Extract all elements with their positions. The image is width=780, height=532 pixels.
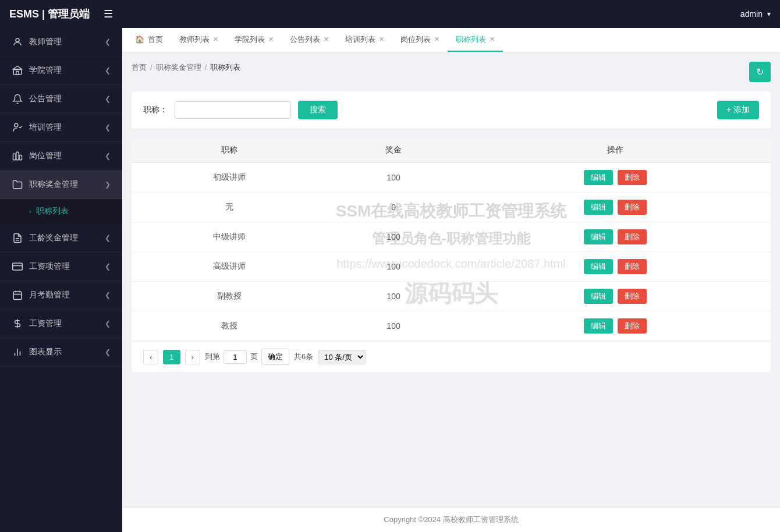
sidebar-label-notice: 公告管理: [29, 94, 62, 104]
tab-training-list-close[interactable]: ✕: [379, 36, 384, 43]
edit-button-4[interactable]: 编辑: [584, 289, 613, 304]
cell-title-5: 教授: [132, 311, 327, 341]
goto-input[interactable]: [224, 350, 247, 364]
tab-title-list-close[interactable]: ✕: [490, 36, 495, 43]
svg-rect-4: [13, 154, 16, 160]
data-table-container: 职称 奖金 操作 初级讲师 100 编辑 删除 无 0 编辑 删除: [132, 138, 771, 372]
logo: ESMS | 管理员端: [9, 7, 90, 21]
search-label: 职称：: [143, 105, 168, 115]
sidebar-item-training[interactable]: 培训管理 ❮: [0, 114, 122, 142]
cell-action-1: 编辑 删除: [460, 193, 771, 222]
sidebar-sub-label-title-list: 职称列表: [36, 206, 69, 217]
table-body: 初级讲师 100 编辑 删除 无 0 编辑 删除 中级讲师 100 编辑 删除 …: [132, 163, 771, 341]
cell-action-5: 编辑 删除: [460, 311, 771, 341]
delete-button-4[interactable]: 删除: [618, 289, 647, 304]
header-left: ESMS | 管理员端 ☰: [9, 5, 118, 23]
svg-rect-9: [13, 263, 23, 270]
tab-teacher-list[interactable]: 教师列表 ✕: [171, 28, 226, 52]
sidebar-item-notice[interactable]: 公告管理 ❮: [0, 85, 122, 114]
prev-page-button[interactable]: ‹: [143, 350, 158, 364]
svg-rect-2: [16, 72, 19, 75]
breadcrumb-title-bonus[interactable]: 职称奖金管理: [156, 62, 201, 73]
tab-teacher-list-close[interactable]: ✕: [213, 36, 218, 43]
search-input[interactable]: [175, 101, 291, 119]
sidebar-item-seniority[interactable]: 工龄奖金管理 ❮: [0, 224, 122, 253]
edit-button-3[interactable]: 编辑: [584, 259, 613, 274]
next-page-button[interactable]: ›: [185, 350, 200, 364]
breadcrumb-home[interactable]: 首页: [132, 62, 147, 73]
sidebar-item-title-bonus[interactable]: 职称奖金管理 ❯: [0, 171, 122, 199]
salary-item-icon: [12, 261, 23, 272]
edit-button-0[interactable]: 编辑: [584, 170, 613, 185]
edit-button-1[interactable]: 编辑: [584, 200, 613, 215]
sidebar-label-training: 培训管理: [29, 122, 62, 133]
tab-notice-list-close[interactable]: ✕: [324, 36, 329, 43]
table-row: 副教授 100 编辑 删除: [132, 282, 771, 311]
tab-home[interactable]: 🏠 首页: [127, 28, 171, 52]
sidebar-arrow-training: ❮: [105, 123, 111, 132]
refresh-button[interactable]: ↻: [749, 62, 771, 82]
sidebar-item-chart[interactable]: 图表显示 ❮: [0, 338, 122, 367]
delete-button-0[interactable]: 删除: [618, 170, 647, 185]
col-title: 职称: [132, 138, 327, 163]
cell-bonus-3: 100: [327, 252, 460, 282]
add-button[interactable]: + 添加: [717, 101, 759, 119]
delete-button-2[interactable]: 删除: [618, 229, 647, 244]
sidebar-arrow-seniority: ❮: [105, 234, 111, 242]
delete-button-3[interactable]: 删除: [618, 259, 647, 274]
breadcrumb: 首页 / 职称奖金管理 / 职称列表: [132, 62, 240, 73]
header-right: admin ▾: [740, 9, 771, 19]
sidebar-label-attendance: 月考勤管理: [29, 290, 70, 300]
col-action: 操作: [460, 138, 771, 163]
cell-action-2: 编辑 删除: [460, 222, 771, 252]
goto-confirm-button[interactable]: 确定: [261, 349, 289, 365]
search-button[interactable]: 搜索: [298, 101, 338, 119]
admin-label: admin: [740, 9, 763, 19]
svg-rect-1: [13, 70, 22, 75]
tab-position-list-close[interactable]: ✕: [434, 36, 439, 43]
page-size-select[interactable]: 10 条/页 20 条/页 50 条/页: [318, 350, 366, 364]
sidebar-item-position[interactable]: 岗位管理 ❮: [0, 142, 122, 171]
table-row: 中级讲师 100 编辑 删除: [132, 222, 771, 252]
sidebar-arrow-chart: ❮: [105, 348, 111, 356]
breadcrumb-sep1: /: [150, 63, 153, 72]
page-content: 首页 / 职称奖金管理 / 职称列表 ↻ 职称： 搜索 + 添加: [122, 52, 780, 507]
top-header: ESMS | 管理员端 ☰ admin ▾: [0, 0, 780, 28]
sidebar-sub-item-title-list[interactable]: › 职称列表: [0, 199, 122, 224]
tab-position-list[interactable]: 岗位列表 ✕: [392, 28, 448, 52]
tab-college-list-close[interactable]: ✕: [268, 36, 274, 43]
search-left: 职称： 搜索: [143, 101, 338, 119]
col-bonus: 奖金: [327, 138, 460, 163]
edit-button-2[interactable]: 编辑: [584, 229, 613, 244]
sidebar-item-salary-item[interactable]: 工资项管理 ❮: [0, 253, 122, 281]
tab-home-label: 首页: [148, 34, 163, 45]
sidebar-item-attendance[interactable]: 月考勤管理 ❮: [0, 281, 122, 310]
tab-notice-list[interactable]: 公告列表 ✕: [282, 28, 337, 52]
sidebar-arrow-notice: ❮: [105, 95, 111, 103]
sidebar-arrow-salary: ❮: [105, 320, 111, 328]
delete-button-1[interactable]: 删除: [618, 200, 647, 215]
sidebar-label-chart: 图表显示: [29, 347, 62, 357]
edit-button-5[interactable]: 编辑: [584, 318, 613, 334]
sidebar-label-position: 岗位管理: [29, 151, 62, 161]
sidebar-arrow-position: ❮: [105, 152, 111, 160]
cell-bonus-4: 100: [327, 282, 460, 311]
tab-training-list[interactable]: 培训列表 ✕: [337, 28, 392, 52]
page-1-button[interactable]: 1: [163, 350, 180, 364]
tab-college-list[interactable]: 学院列表 ✕: [226, 28, 282, 52]
sidebar-arrow-attendance: ❮: [105, 291, 111, 299]
menu-toggle-button[interactable]: ☰: [99, 5, 118, 23]
table-header: 职称 奖金 操作: [132, 138, 771, 163]
sidebar-item-salary[interactable]: 工资管理 ❮: [0, 310, 122, 338]
sidebar-item-college[interactable]: 学院管理 ❮: [0, 56, 122, 85]
sidebar-item-teacher[interactable]: 教师管理 ❮: [0, 28, 122, 56]
cell-title-0: 初级讲师: [132, 163, 327, 193]
svg-point-3: [15, 123, 18, 127]
tabs-bar: 🏠 首页 教师列表 ✕ 学院列表 ✕ 公告列表 ✕ 培训列表 ✕ 岗位列表: [122, 28, 780, 52]
pagination: ‹ 1 › 到第 页 确定 共6条 10 条/页 20 条/页 50 条/页: [132, 341, 771, 372]
seniority-icon: [12, 232, 23, 244]
delete-button-5[interactable]: 删除: [618, 318, 647, 334]
chart-icon: [12, 346, 23, 358]
tab-title-list[interactable]: 职称列表 ✕: [448, 28, 503, 52]
admin-dropdown-arrow[interactable]: ▾: [767, 10, 771, 18]
